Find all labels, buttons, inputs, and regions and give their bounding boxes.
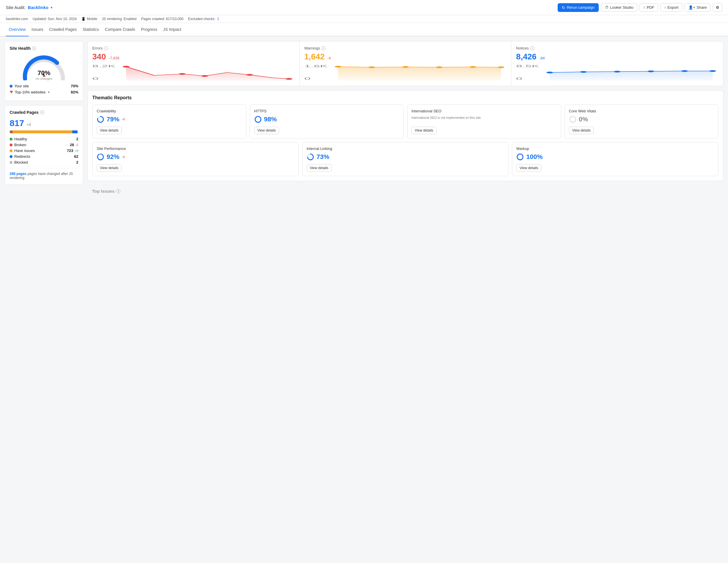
svg-point-30 xyxy=(98,154,103,160)
internal-linking-view-details-button[interactable]: View details xyxy=(307,164,332,172)
internal-linking-metric: 73% xyxy=(307,153,504,161)
issues-dot xyxy=(10,149,13,152)
site-health-info-icon[interactable]: i xyxy=(32,46,36,50)
warnings-info-icon[interactable]: i xyxy=(321,46,326,50)
svg-text:1.6K: 1.6K xyxy=(304,65,328,68)
nav-item-crawled-pages[interactable]: Crawled Pages xyxy=(46,23,80,36)
nav-item-progress[interactable]: Progress xyxy=(138,23,160,36)
markup-view-details-button[interactable]: View details xyxy=(516,164,541,172)
pages-crawled-label: Pages crawled: 817/10,000 xyxy=(141,17,183,21)
notices-value-row: 8,426 -84 xyxy=(516,52,718,61)
right-panel: Errors i 340 -7,835 8 xyxy=(87,41,723,195)
legend-healthy: Healthy 2 xyxy=(10,137,78,141)
https-view-details-button[interactable]: View details xyxy=(254,127,279,134)
chevron-down-icon[interactable]: ▾ xyxy=(48,91,50,94)
your-site-row: Your site 70% xyxy=(10,84,78,88)
internal-linking-percent: 73% xyxy=(317,153,329,161)
changed-pages-link[interactable]: 289 pages xyxy=(10,172,26,176)
site-performance-view-details-button[interactable]: View details xyxy=(97,164,122,172)
svg-point-3 xyxy=(123,66,129,68)
svg-point-4 xyxy=(179,73,185,75)
core-web-vitals-percent: 0% xyxy=(579,116,588,123)
errors-delta: -7,835 xyxy=(109,56,119,60)
nav-item-compare-crawls[interactable]: Compare Crawls xyxy=(102,23,138,36)
looker-studio-button[interactable]: ⏱ Looker Studio xyxy=(601,3,637,12)
crawled-total-row: 817 +4 xyxy=(10,118,78,128)
broken-dot xyxy=(10,144,13,147)
svg-point-27 xyxy=(255,117,261,122)
svg-point-18 xyxy=(547,72,553,73)
theme-crawlability: Crawlability 79% -4 View details xyxy=(92,105,246,139)
svg-point-28 xyxy=(570,117,576,122)
warnings-label: Warnings i xyxy=(304,46,507,50)
warnings-delta: -4 xyxy=(327,56,331,60)
core-web-vitals-ring-icon xyxy=(569,116,577,123)
markup-metric: 100% xyxy=(516,153,714,161)
refresh-icon: ↻ xyxy=(562,5,565,10)
gauge-container: 70% no changes xyxy=(10,54,78,80)
crawled-progress-bar xyxy=(10,130,78,133)
https-percent: 98% xyxy=(264,116,277,123)
https-metric: 98% xyxy=(254,116,400,123)
svg-text:0: 0 xyxy=(304,77,310,80)
markup-percent: 100% xyxy=(526,153,543,161)
crawlability-name: Crawlability xyxy=(97,109,242,113)
svg-point-21 xyxy=(648,70,654,72)
errors-value: 340 xyxy=(92,52,106,61)
share-button[interactable]: 👤+ Share xyxy=(685,3,711,12)
crawlability-metric: 79% -4 xyxy=(97,116,242,123)
top-bar-right: ↻ Rerun campaign ⏱ Looker Studio ↑ PDF ↑… xyxy=(558,3,722,12)
settings-button[interactable]: ⚙ xyxy=(713,3,722,12)
svg-point-22 xyxy=(681,70,688,72)
crawled-pages-card: Crawled Pages i 817 +4 Healthy 2 xyxy=(5,105,83,185)
international-seo-view-details-button[interactable]: View details xyxy=(411,127,437,134)
domain-label: backlinko.com xyxy=(6,17,28,21)
warnings-card: Warnings i 1,642 -4 1 xyxy=(300,41,512,86)
thematic-reports-card: Thematic Reports Crawlability 79% -4 Vie… xyxy=(87,90,723,181)
triangle-red-icon xyxy=(10,91,13,94)
pdf-button[interactable]: ↑ PDF xyxy=(639,3,658,12)
legend-have-issues: Have issues 723 +9 xyxy=(10,149,78,153)
nav-item-issues[interactable]: Issues xyxy=(29,23,46,36)
redirects-dot xyxy=(10,155,13,158)
https-ring-icon xyxy=(254,116,262,123)
top-bar: Site Audit: Backlinko ▾ ↻ Rerun campaign… xyxy=(0,0,728,15)
export-button[interactable]: ↑ Export xyxy=(660,3,682,12)
notices-info-icon[interactable]: i xyxy=(530,46,534,50)
notices-card: Notices i 8,426 -84 8 xyxy=(511,41,723,86)
svg-point-34 xyxy=(517,154,523,160)
legend-blocked: Blocked 2 xyxy=(10,160,78,165)
svg-point-13 xyxy=(436,66,442,68)
svg-text:8.2K: 8.2K xyxy=(92,65,116,68)
rerun-campaign-button[interactable]: ↻ Rerun campaign xyxy=(558,3,599,12)
site-health-title: Site Health i xyxy=(10,46,78,51)
svg-text:8.5K: 8.5K xyxy=(516,65,539,68)
top-bar-left: Site Audit: Backlinko ▾ xyxy=(6,5,52,10)
gear-icon: ⚙ xyxy=(716,5,719,10)
pb-blocked xyxy=(77,130,78,133)
crawled-pages-info-icon[interactable]: i xyxy=(40,110,44,114)
crawlability-view-details-button[interactable]: View details xyxy=(97,127,122,134)
top-issues-info-icon[interactable]: i xyxy=(116,189,120,193)
errors-info-icon[interactable]: i xyxy=(104,46,108,50)
svg-point-19 xyxy=(580,71,587,73)
nav-item-overview[interactable]: Overview xyxy=(6,23,29,36)
mobile-icon: 📱 xyxy=(81,17,86,21)
share-icon: 👤+ xyxy=(688,5,695,10)
https-name: HTTPS xyxy=(254,109,400,113)
top-issues-title: Top Issues i xyxy=(92,189,719,194)
markup-name: Markup xyxy=(516,147,714,151)
chevron-down-icon[interactable]: ▾ xyxy=(51,6,52,10)
excluded-num-link[interactable]: 1 xyxy=(217,17,219,21)
nav-item-statistics[interactable]: Statistics xyxy=(80,23,102,36)
pb-broken xyxy=(10,130,13,133)
core-web-vitals-view-details-button[interactable]: View details xyxy=(569,127,594,134)
chart-icon: ⏱ xyxy=(605,5,609,10)
svg-point-23 xyxy=(709,70,716,72)
pb-redirects xyxy=(72,130,77,133)
svg-point-10 xyxy=(335,66,341,68)
site-name[interactable]: Backlinko xyxy=(28,5,49,10)
nav-item-js-impact[interactable]: JS Impact xyxy=(160,23,184,36)
warnings-value-row: 1,642 -4 xyxy=(304,52,507,61)
svg-point-15 xyxy=(497,66,504,68)
